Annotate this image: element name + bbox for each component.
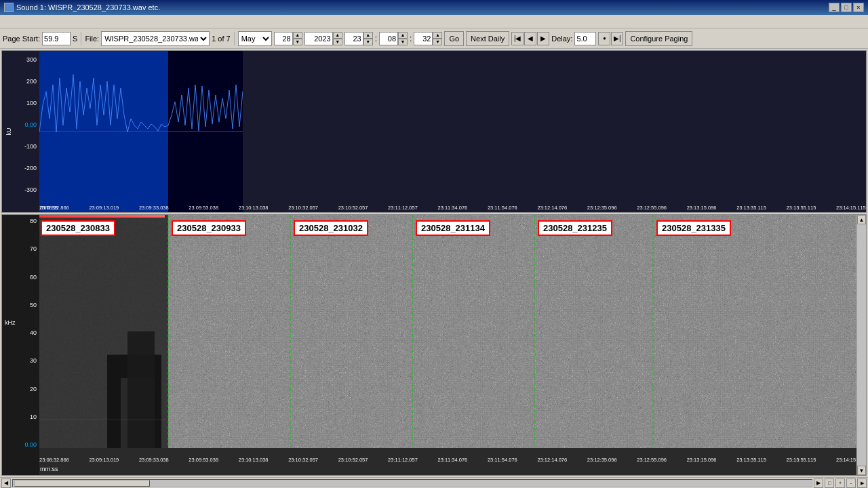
maximize-button[interactable]: □	[841, 3, 852, 12]
wave-x-13: 23:13:15.096	[687, 205, 717, 211]
view-btn-3[interactable]: -	[846, 479, 856, 488]
spectrogram-svg	[39, 215, 866, 448]
file-label-3: 230528_231134	[416, 220, 490, 236]
min-down-button[interactable]: ▼	[398, 39, 408, 45]
go-button[interactable]: Go	[444, 31, 464, 46]
nav-prev-button[interactable]: ◀	[524, 32, 536, 45]
file-label-0: 230528_230833	[41, 220, 115, 236]
file-select[interactable]: WISPR_230528_230733.wav	[101, 31, 210, 46]
file-label: File:	[85, 35, 99, 43]
spec-x-11: 23:12:35.096	[587, 457, 617, 463]
wave-x-3: 23:09:53.038	[189, 205, 218, 211]
nav-play-button[interactable]: ▶	[537, 32, 549, 45]
page-start-unit: S	[73, 35, 77, 43]
toolbar: Page Start: S File: WISPR_230528_230733.…	[0, 28, 868, 49]
year-input[interactable]	[304, 32, 333, 45]
year-down-button[interactable]: ▼	[333, 39, 342, 45]
view-btn-4[interactable]: ▶	[857, 479, 867, 488]
min-up-button[interactable]: ▲	[398, 32, 408, 39]
configure-paging-button[interactable]: Configure Paging	[625, 31, 692, 46]
menu-bar	[0, 15, 868, 28]
view-btn-2[interactable]: +	[835, 479, 845, 488]
close-button[interactable]: ×	[853, 3, 864, 12]
app-icon	[4, 3, 14, 12]
spec-x-7: 23:11:12.057	[388, 457, 418, 463]
sec-up-button[interactable]: ▲	[433, 32, 442, 39]
vertical-scrollbar[interactable]: ▲ ▼	[856, 215, 866, 475]
wave-mmss: mm:ss	[40, 204, 58, 211]
page-info: 1 of 7	[212, 35, 231, 43]
spec-x-3: 23:09:53.038	[189, 457, 218, 463]
day-input[interactable]	[274, 32, 293, 45]
page-start-input[interactable]	[42, 32, 71, 45]
sec-spinbox: ▲ ▼	[414, 32, 442, 45]
spec-x-4: 23:10:13.038	[239, 457, 269, 463]
scroll-up-button[interactable]: ▲	[857, 215, 866, 224]
hour-up-button[interactable]: ▲	[363, 32, 373, 39]
spec-x-6: 23:10:52.057	[338, 457, 368, 463]
wave-x-10: 23:12:14.076	[537, 205, 567, 211]
page-start-label: Page Start:	[3, 35, 40, 43]
spec-y-70: 70	[3, 245, 37, 252]
sec-input[interactable]	[414, 32, 433, 45]
hour-spinbox: ▲ ▼	[344, 32, 373, 45]
spec-x-8: 23:11:34.076	[438, 457, 468, 463]
hour-down-button[interactable]: ▼	[363, 39, 373, 45]
spec-unit: kHz	[5, 319, 16, 326]
nav-next-button[interactable]: ▶|	[611, 32, 623, 45]
year-up-button[interactable]: ▲	[333, 32, 342, 39]
spec-y-30: 30	[3, 357, 37, 364]
hour-input[interactable]	[344, 32, 363, 45]
spec-y-40: 40	[3, 329, 37, 336]
spec-x-10: 23:12:14.076	[537, 457, 567, 463]
waveform-panel[interactable]: 300 200 100 0.00 -100 -200 -300 kU 23:08…	[1, 50, 867, 213]
nav-prev-prev-button[interactable]: |◀	[511, 32, 524, 45]
scroll-thumb[interactable]	[14, 480, 150, 487]
wave-x-5: 23:10:32.057	[288, 205, 318, 211]
wave-x-1: 23:09:13.019	[89, 205, 119, 211]
day-spinbox: ▲ ▼	[274, 32, 302, 45]
file-label-2: 230528_231032	[294, 220, 368, 236]
spec-x-0: 23:08:32.866	[39, 457, 69, 463]
title-bar-text: Sound 1: WISPR_230528_230733.wav etc.	[16, 3, 160, 12]
view-btn-1[interactable]: □	[825, 479, 834, 488]
scroll-right-button[interactable]: ▶	[814, 479, 823, 488]
spec-x-13: 23:13:15.096	[687, 457, 717, 463]
wave-x-axis: 23:08:32.866 23:09:13.019 23:09:33.038 2…	[39, 205, 866, 211]
record-controls: ● ▶|	[598, 32, 623, 45]
minimize-button[interactable]: _	[829, 3, 840, 12]
wave-y-n100: -100	[3, 143, 37, 150]
delay-label: Delay:	[551, 35, 572, 43]
time-sep-2: :	[410, 34, 412, 43]
day-up-button[interactable]: ▲	[293, 32, 302, 39]
spec-x-14: 23:13:35.115	[736, 457, 766, 463]
nav-controls: |◀ ◀ ▶	[511, 32, 549, 45]
month-select[interactable]: May	[238, 31, 272, 46]
delay-input[interactable]	[574, 32, 596, 45]
min-input[interactable]	[379, 32, 398, 45]
wave-x-2: 23:09:33.038	[139, 205, 169, 211]
spectrogram-panel[interactable]: 80 70 60 50 40 30 20 10 0.00 kHz	[1, 214, 867, 476]
wave-y-200: 200	[3, 78, 37, 85]
scroll-down-button[interactable]: ▼	[857, 466, 866, 475]
separator-2	[234, 32, 235, 45]
scroll-left-button[interactable]: ◀	[1, 479, 11, 488]
sec-down-button[interactable]: ▼	[433, 39, 442, 45]
wave-x-16: 23:14:15.115	[836, 205, 866, 211]
spec-x-5: 23:10:32.057	[288, 457, 318, 463]
wave-x-8: 23:11:34.076	[438, 205, 468, 211]
menu-item[interactable]	[3, 20, 11, 23]
file-label-1: 230528_230933	[172, 220, 246, 236]
spec-y-10: 10	[3, 413, 37, 420]
scroll-track[interactable]	[12, 479, 812, 487]
spec-x-12: 23:12:55.096	[637, 457, 667, 463]
day-down-button[interactable]: ▼	[293, 39, 302, 45]
record-button[interactable]: ●	[598, 32, 610, 45]
spec-y-20: 20	[3, 386, 37, 392]
title-bar-controls: _ □ ×	[829, 3, 864, 12]
next-daily-button[interactable]: Next Daily	[466, 31, 509, 46]
wave-x-14: 23:13:35.115	[736, 205, 766, 211]
year-spinbox: ▲ ▼	[304, 32, 342, 45]
spec-y-60: 60	[3, 274, 37, 281]
wave-x-15: 23:13:55.115	[787, 205, 816, 211]
